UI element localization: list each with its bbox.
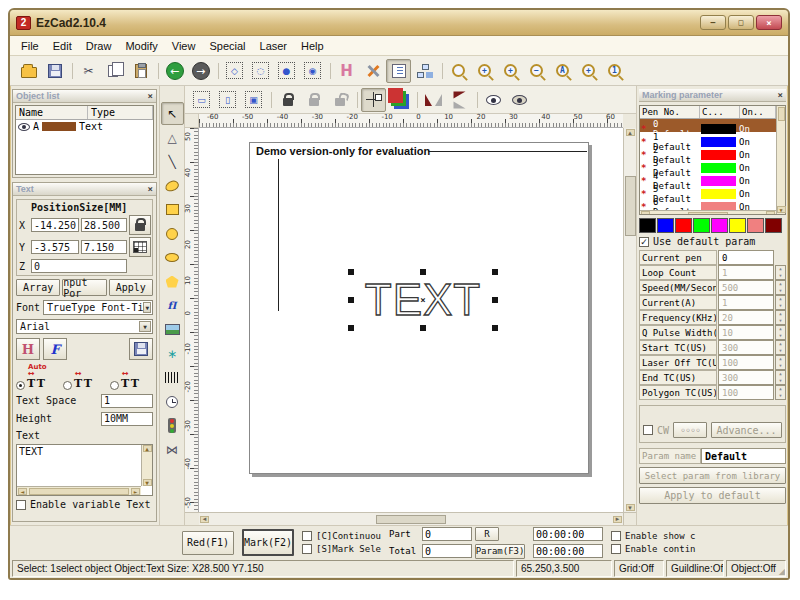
resize-handle[interactable] (420, 269, 426, 275)
object-browser-button[interactable] (412, 59, 437, 83)
x-size-field[interactable]: 28.500 (81, 218, 127, 232)
node-delete-button[interactable]: ● (274, 59, 299, 83)
menu-item[interactable]: Edit (46, 38, 79, 54)
input-port-button[interactable]: nput Por (62, 279, 106, 296)
menu-item[interactable]: Draw (79, 38, 119, 54)
palette-swatch[interactable] (747, 218, 764, 233)
object-list-button[interactable] (386, 59, 411, 83)
param-value-field[interactable]: 0 (718, 250, 774, 265)
char-space-radio[interactable]: Auto ↔TT (16, 377, 59, 390)
enable-show-contour-checkbox[interactable]: Enable show c (611, 531, 695, 541)
chevron-down-icon[interactable]: ▼ (143, 302, 151, 313)
z-position-field[interactable]: 0 (31, 259, 127, 273)
column-name[interactable]: Name (16, 106, 88, 119)
cw-checkbox[interactable]: CW (643, 425, 669, 436)
resize-handle[interactable] (348, 297, 354, 303)
column-pen-no[interactable]: Pen No. (640, 106, 700, 118)
apply-button[interactable]: Apply (109, 279, 153, 296)
pen-row[interactable]: * 0 Default On (640, 119, 776, 132)
select-button[interactable]: ↖ (161, 102, 184, 125)
zoom-1to1-button[interactable]: 1 (602, 59, 627, 83)
param-value-field[interactable]: 1 (718, 265, 774, 280)
font-type-select[interactable]: TrueType Font-Ti▼ (43, 300, 153, 315)
scroll-right-icon[interactable]: ► (613, 516, 622, 523)
y-size-field[interactable]: 7.150 (81, 240, 127, 254)
param-f3-button[interactable]: Param(F3) (475, 544, 525, 559)
palette-swatch[interactable] (657, 218, 674, 233)
close-icon[interactable]: × (148, 184, 153, 194)
curve-button[interactable] (161, 174, 184, 197)
undo-button[interactable]: ← (162, 59, 187, 83)
show-all-button[interactable] (507, 88, 532, 112)
palette-swatch[interactable] (729, 218, 746, 233)
zoom-window-button[interactable] (446, 59, 471, 83)
redo-button[interactable]: → (188, 59, 213, 83)
show-pen-button[interactable] (481, 88, 506, 112)
object-status[interactable]: Object:Off◢ (726, 560, 786, 577)
scroll-up-icon[interactable]: ▲ (626, 129, 635, 136)
zoom-page-button[interactable]: + (576, 59, 601, 83)
scroll-down-icon[interactable]: ▼ (626, 504, 635, 511)
resize-handle[interactable] (492, 325, 498, 331)
lock-button[interactable] (275, 88, 300, 112)
clock-button[interactable] (161, 390, 184, 413)
total-count-field[interactable]: 0 (422, 544, 472, 558)
lock-disabled-button[interactable] (301, 88, 326, 112)
canvas-hscrollbar[interactable]: ◄ ► (199, 512, 623, 525)
enable-variable-text-checkbox[interactable]: Enable variable Text (16, 499, 153, 510)
param-value-field[interactable]: 20 (718, 310, 774, 325)
column-type[interactable]: Type (88, 106, 153, 119)
work-page[interactable]: Demo version-only for evaluation TEXT (249, 142, 589, 474)
ungroup-button[interactable]: ▯ (215, 88, 240, 112)
canvas-vscrollbar[interactable]: ▲ ▼ (623, 128, 636, 512)
paste-button[interactable] (128, 59, 153, 83)
pen-table-vscrollbar[interactable]: ▼ (776, 106, 785, 214)
checkbox-box[interactable]: ✓ (639, 237, 649, 247)
column-on[interactable]: On.. (740, 106, 776, 118)
scroll-left-icon[interactable]: ◄ (200, 516, 209, 523)
zoom-move-button[interactable]: + (472, 59, 497, 83)
scrollbar-thumb[interactable] (376, 515, 446, 524)
param-value-field[interactable]: 10 (718, 325, 774, 340)
zoom-out-button[interactable]: − (524, 59, 549, 83)
open-button[interactable] (16, 59, 41, 83)
param-value-field[interactable]: 300 (718, 370, 774, 385)
part-count-field[interactable]: 0 (422, 527, 472, 541)
spinner-control[interactable]: ▲▼ (775, 310, 786, 325)
visible-eye-icon[interactable] (18, 123, 30, 131)
enable-continue-mode-checkbox[interactable]: Enable contin (611, 544, 695, 554)
save-font-button[interactable] (129, 338, 153, 360)
rings-button[interactable]: ◦◦◦◦ (673, 422, 707, 438)
array-button[interactable]: Array (16, 279, 60, 296)
cut-button[interactable]: ✂ (76, 59, 101, 83)
select-param-library-button[interactable]: Select param from library (639, 467, 786, 484)
input-output-button[interactable] (161, 414, 184, 437)
text-object[interactable]: TEXT × (350, 271, 496, 329)
unlock-button[interactable] (327, 88, 352, 112)
spinner-control[interactable]: ▲▼ (775, 265, 786, 280)
combine-button[interactable]: ▣ (241, 88, 266, 112)
pick-color-button[interactable] (387, 88, 412, 112)
param-value-field[interactable]: 500 (718, 280, 774, 295)
param-value-field[interactable]: 100 (718, 355, 774, 370)
menu-item[interactable]: File (14, 38, 46, 54)
circle-button[interactable] (161, 222, 184, 245)
grid-status[interactable]: Grid:Off (614, 560, 664, 577)
reset-count-button[interactable]: R (475, 527, 499, 541)
param-value-field[interactable]: 300 (718, 340, 774, 355)
text-space-field[interactable]: 1 (101, 394, 153, 408)
x-position-field[interactable]: -14.250 (31, 218, 79, 232)
mark-selected-checkbox[interactable]: [S]Mark Sele (302, 544, 381, 554)
text-content-area[interactable]: TEXT ▲▼ ◄► (16, 444, 153, 496)
vertical-scrollbar[interactable]: ▲▼ (141, 445, 152, 486)
palette-swatch[interactable] (693, 218, 710, 233)
pen-table-hscrollbar[interactable]: ◄► (640, 210, 776, 214)
zoom-in-button[interactable]: + (498, 59, 523, 83)
maximize-button[interactable]: □ (728, 15, 754, 30)
node-select-button[interactable]: ◇ (222, 59, 247, 83)
palette-swatch[interactable] (765, 218, 782, 233)
close-icon[interactable]: × (148, 91, 153, 101)
node-edit-button[interactable]: △ (161, 126, 184, 149)
delay-button[interactable]: ⋈ (161, 438, 184, 461)
hatch-button[interactable]: H (334, 59, 359, 83)
